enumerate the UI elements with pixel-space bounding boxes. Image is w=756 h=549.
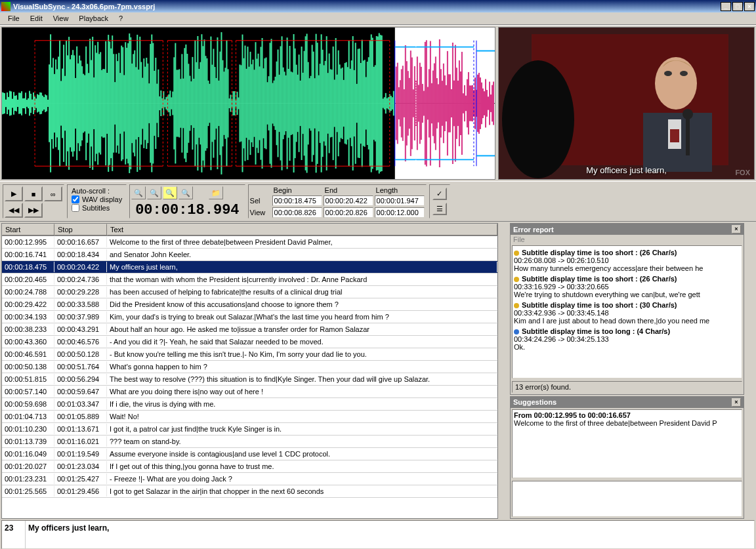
menu-view[interactable]: View bbox=[48, 13, 74, 24]
zoom-all-button[interactable]: 🔍 bbox=[178, 186, 193, 199]
subtitle-row[interactable]: 00:01:25.56500:01:29.456I got to get Sal… bbox=[2, 485, 497, 498]
video-caption: My officers just learn, bbox=[499, 165, 754, 175]
prev-button[interactable]: ◀◀ bbox=[5, 203, 23, 218]
subtitle-row[interactable]: 00:00:12.99500:00:16.657Welcome to the f… bbox=[2, 236, 497, 249]
subtitle-row[interactable]: 00:01:16.04900:01:19.549Assume everyone … bbox=[2, 448, 497, 460]
error-item[interactable]: Subtitle display time is too long : (4 C… bbox=[514, 326, 740, 352]
suggestion-text: Welcome to the first of three debate|bet… bbox=[514, 419, 717, 427]
col-header-text[interactable]: Text bbox=[107, 224, 497, 235]
suggestion-range: From 00:00:12.995 to 00:00:16.657 bbox=[514, 411, 631, 419]
sel-end-input[interactable] bbox=[324, 195, 373, 206]
stop-button[interactable]: ■ bbox=[24, 186, 43, 201]
window-title: VisualSubSync - 24.3x06.6pm-7pm.vssprj bbox=[13, 3, 155, 10]
close-button[interactable]: × bbox=[744, 2, 755, 11]
subtitle-row[interactable]: 00:01:23.23100:01:25.427- Freeze !|- Wha… bbox=[2, 473, 497, 485]
subtitle-row[interactable]: 00:01:13.73900:01:16.021??? team on stan… bbox=[2, 436, 497, 448]
play-button[interactable]: ▶ bbox=[5, 186, 23, 201]
current-timecode: 00:00:18.994 bbox=[131, 199, 243, 221]
maximize-button[interactable]: □ bbox=[732, 2, 743, 11]
svg-rect-403 bbox=[670, 129, 679, 142]
error-item[interactable]: Subtitle display time is too short : (26… bbox=[514, 247, 740, 274]
svg-rect-406 bbox=[686, 116, 690, 155]
subtitle-row[interactable]: 00:00:50.13800:00:51.764What's gonna hap… bbox=[2, 361, 497, 373]
sel-begin-input[interactable] bbox=[272, 195, 322, 206]
video-network-logo: FOX bbox=[735, 169, 750, 176]
subtitle-row[interactable]: 00:00:24.78800:00:29.228has been accused… bbox=[2, 286, 497, 298]
list-button[interactable]: ☰ bbox=[432, 203, 447, 215]
subtitles-checkbox[interactable]: Subtitles bbox=[72, 204, 122, 212]
error-item[interactable]: Subtitle display time is too short : (30… bbox=[514, 300, 740, 326]
subtitle-row[interactable]: 00:00:57.14000:00:59.647What are you doi… bbox=[2, 386, 497, 398]
loop-button[interactable]: ∞ bbox=[44, 186, 62, 201]
svg-point-408 bbox=[502, 60, 574, 178]
subtitle-row[interactable]: 00:01:20.02700:01:23.034If I get out of … bbox=[2, 460, 497, 473]
subtitle-row[interactable]: 00:00:51.81500:00:56.294The best way to … bbox=[2, 373, 497, 386]
col-header-stop[interactable]: Stop bbox=[54, 224, 107, 235]
svg-point-404 bbox=[664, 71, 672, 76]
error-item[interactable]: Subtitle display time is too short : (26… bbox=[514, 274, 740, 300]
zoom-out-button[interactable]: 🔍 bbox=[147, 186, 161, 199]
subtitle-row[interactable]: 00:00:38.23300:00:43.291About half an ho… bbox=[2, 323, 497, 336]
error-panel-title: Error report bbox=[513, 226, 554, 234]
col-header-start[interactable]: Start bbox=[2, 224, 54, 235]
view-begin-input[interactable] bbox=[272, 207, 322, 218]
subtitle-editor[interactable]: My officers just learn, bbox=[26, 521, 754, 548]
waveform-display[interactable] bbox=[1, 27, 495, 180]
sel-len-input[interactable] bbox=[375, 195, 425, 206]
video-preview[interactable]: My officers just learn, FOX bbox=[498, 27, 755, 180]
subtitle-row[interactable]: 00:00:59.69800:01:03.347If i die, the vi… bbox=[2, 398, 497, 411]
minimize-button[interactable]: _ bbox=[721, 2, 731, 11]
subtitle-row[interactable]: 00:01:10.23000:01:13.671I got it, a patr… bbox=[2, 423, 497, 436]
svg-point-405 bbox=[680, 71, 688, 76]
subtitle-row[interactable]: 00:00:34.19300:00:37.989Kim, your dad's … bbox=[2, 311, 497, 323]
svg-point-400 bbox=[655, 57, 697, 110]
svg-point-407 bbox=[682, 109, 693, 119]
suggestions-close[interactable]: × bbox=[732, 398, 741, 407]
subtitle-row[interactable]: 00:00:43.36000:00:46.576- And you did it… bbox=[2, 336, 497, 348]
next-button[interactable]: ▶▶ bbox=[24, 203, 43, 218]
zoom-in-button[interactable]: 🔍 bbox=[131, 186, 146, 199]
menu-?[interactable]: ? bbox=[114, 13, 128, 24]
zoom-sel-button[interactable]: 🔍 bbox=[163, 186, 177, 199]
menu-edit[interactable]: Edit bbox=[25, 13, 48, 24]
error-count: 13 error(s) found. bbox=[512, 381, 742, 393]
menu-playback[interactable]: Playback bbox=[74, 13, 114, 24]
error-panel-menu[interactable]: File bbox=[511, 235, 744, 244]
subtitle-row[interactable]: 00:00:18.47500:00:20.422My officers just… bbox=[2, 261, 497, 274]
view-end-input[interactable] bbox=[324, 207, 373, 218]
wav-display-checkbox[interactable]: WAV display bbox=[72, 195, 122, 203]
editor-line-num: 23 bbox=[2, 521, 26, 548]
folder-button[interactable]: 📁 bbox=[209, 186, 223, 199]
menu-file[interactable]: File bbox=[3, 13, 25, 24]
app-icon bbox=[1, 2, 10, 11]
check-button[interactable]: ✓ bbox=[432, 188, 447, 200]
subtitle-grid[interactable]: Start Stop Text 00:00:12.99500:00:16.657… bbox=[1, 223, 498, 519]
subtitle-row[interactable]: 00:01:04.71300:01:05.889Wait! No! bbox=[2, 411, 497, 423]
subtitle-row[interactable]: 00:00:16.74100:00:18.434and Senator John… bbox=[2, 249, 497, 261]
subtitle-row[interactable]: 00:00:46.59100:00:50.128- But know you'r… bbox=[2, 348, 497, 361]
view-len-input[interactable] bbox=[375, 207, 425, 218]
autoscroll-label: Auto-scroll : bbox=[72, 187, 122, 195]
error-panel-close[interactable]: × bbox=[732, 225, 741, 234]
suggestions-title: Suggestions bbox=[513, 398, 556, 406]
subtitle-row[interactable]: 00:00:29.42200:00:33.588Did the Presiden… bbox=[2, 298, 497, 311]
subtitle-row[interactable]: 00:00:20.46500:00:24.736that the woman w… bbox=[2, 274, 497, 286]
